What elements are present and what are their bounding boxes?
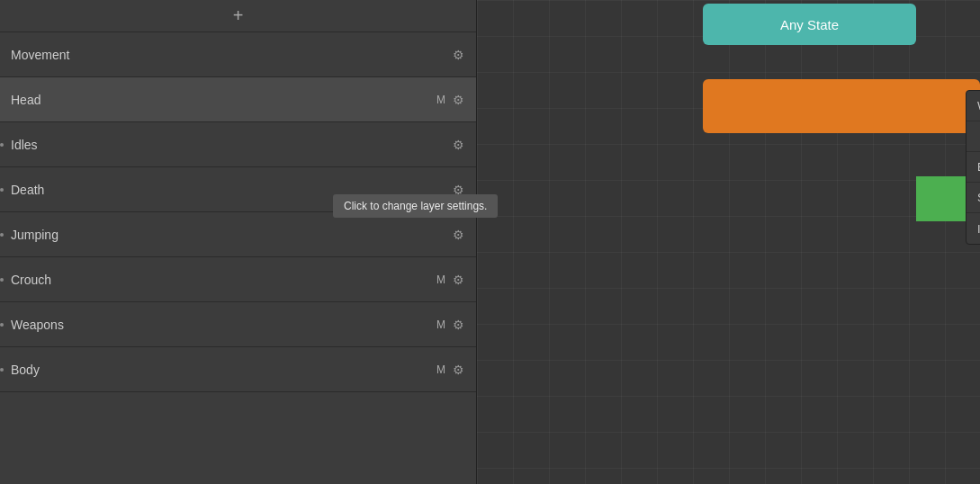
layer-indicator-weapons [0,323,4,327]
layer-item-body[interactable]: Body M ⚙ [0,347,476,392]
gear-icon-movement[interactable]: ⚙ [451,48,465,62]
layer-name-crouch: Crouch [11,273,51,287]
layer-icons-head: M ⚙ [436,93,465,107]
layer-settings-popup: Weight 1 🏃 Mask_Head Blending Override ▼ [966,90,980,245]
add-layer-button[interactable]: + [0,0,476,32]
grid-background [477,0,980,484]
layer-name-movement: Movement [11,48,69,62]
layer-item-movement[interactable]: Movement ⚙ [0,32,476,77]
gear-icon-head[interactable]: ⚙ [451,93,465,107]
layer-name-jumping: Jumping [11,228,58,242]
gear-icon-idles[interactable]: ⚙ [451,138,465,152]
layer-name-death: Death [11,183,44,197]
mask-row: 🏃 Mask_Head [967,121,980,152]
mask-badge-body: M [436,363,445,376]
any-state-node[interactable]: Any State [703,4,916,45]
gear-icon-weapons[interactable]: ⚙ [451,318,465,332]
layer-name-weapons: Weapons [11,318,64,332]
gear-icon-body[interactable]: ⚙ [451,363,465,377]
layer-indicator-jumping [0,233,4,237]
tooltip-text: Click to change layer settings. [344,200,487,212]
gear-icon-jumping[interactable]: ⚙ [451,228,465,242]
any-state-label: Any State [780,17,839,32]
layer-settings-tooltip: Click to change layer settings. [333,194,498,218]
layer-indicator-body [0,368,4,372]
gear-icon-crouch[interactable]: ⚙ [451,273,465,287]
sync-row: Sync Timing [967,183,980,213]
layer-item-head[interactable]: Head M ⚙ Click to change layer settings. [0,77,476,122]
layer-indicator-death [0,188,4,192]
layer-icons-crouch: M ⚙ [436,273,465,287]
layer-icons-idles: ⚙ [451,138,465,152]
layer-item-weapons[interactable]: Weapons M ⚙ [0,302,476,347]
mask-badge-crouch: M [436,273,445,286]
plus-icon: + [233,5,244,26]
layer-icons-jumping: ⚙ [451,228,465,242]
weight-row: Weight 1 [967,91,980,121]
ikpass-row: IK Pass [967,213,980,244]
layer-icons-body: M ⚙ [436,363,465,377]
orange-state-node[interactable] [703,79,980,133]
layer-indicator-crouch [0,278,4,282]
mask-badge-head: M [436,94,445,106]
layer-name-head: Head [11,93,40,107]
layer-icons-weapons: M ⚙ [436,318,465,332]
layer-icons-movement: ⚙ [451,48,465,62]
layer-item-jumping[interactable]: Jumping ⚙ [0,212,476,257]
layer-item-crouch[interactable]: Crouch M ⚙ [0,257,476,302]
blending-row: Blending Override ▼ [967,152,980,183]
layer-item-idles[interactable]: Idles ⚙ [0,122,476,167]
layer-indicator-idles [0,143,4,147]
layer-name-idles: Idles [11,138,38,152]
mask-badge-weapons: M [436,318,445,331]
layer-panel: + Movement ⚙ Head M ⚙ Click to change la… [0,0,477,484]
graph-canvas[interactable]: Any State Weight 1 🏃 Mask_Head [477,0,980,484]
layer-name-body: Body [11,363,40,377]
